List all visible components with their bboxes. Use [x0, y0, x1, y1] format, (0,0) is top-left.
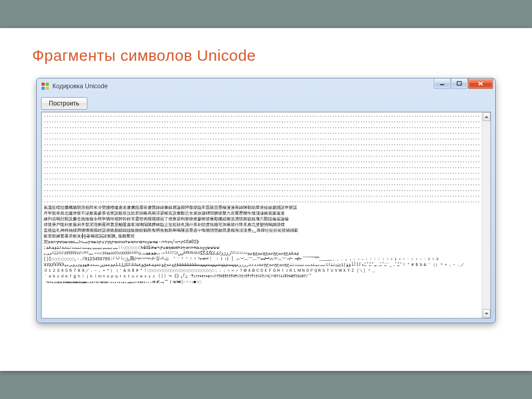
chevron-up-icon	[485, 116, 488, 118]
scroll-down-button[interactable]	[483, 309, 490, 318]
maximize-button[interactable]	[451, 78, 468, 89]
window-controls	[433, 78, 493, 89]
build-button[interactable]: Построить	[41, 97, 87, 110]
close-button[interactable]	[468, 78, 493, 89]
svg-rect-1	[457, 82, 461, 85]
minimize-button[interactable]	[434, 78, 450, 89]
chevron-down-icon	[485, 313, 488, 315]
output-textbox[interactable]: ········································…	[41, 112, 491, 318]
titlebar[interactable]: Кодировка Unicode	[37, 78, 495, 94]
slide-card: Фрагменты символов Unicode Кодировка Uni…	[0, 28, 532, 371]
svg-marker-4	[485, 116, 488, 118]
output-content: ········································…	[44, 113, 481, 317]
toolbar: Построить	[37, 94, 495, 110]
slide-title: Фрагменты символов Unicode	[32, 47, 256, 64]
app-icon	[41, 82, 49, 90]
app-window: Кодировка Unicode	[36, 78, 496, 323]
svg-rect-0	[440, 84, 444, 85]
vertical-scrollbar[interactable]	[482, 112, 490, 318]
minimize-icon	[440, 81, 445, 86]
close-icon	[477, 81, 484, 86]
svg-marker-5	[485, 313, 488, 315]
window-title: Кодировка Unicode	[52, 83, 108, 90]
maximize-icon	[457, 81, 462, 86]
slide-background: Фрагменты символов Unicode Кодировка Uni…	[0, 0, 532, 399]
scroll-up-button[interactable]	[483, 112, 490, 121]
